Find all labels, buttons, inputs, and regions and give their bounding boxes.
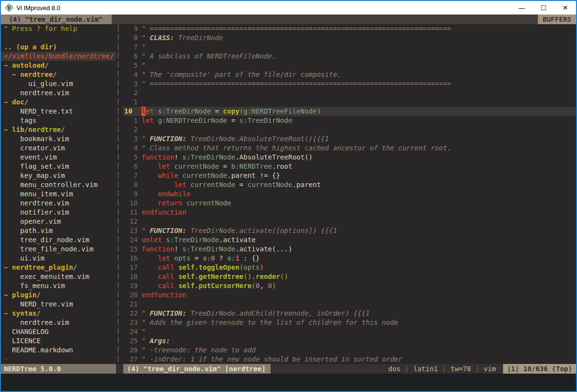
- code-line[interactable]: 12: [123, 217, 576, 226]
- tree-item[interactable]: nerdtree.vim: [1, 199, 116, 208]
- syntax-segment: /: [24, 126, 28, 133]
- tree-item[interactable]: ui_glue.vim: [1, 79, 116, 88]
- tree-item[interactable]: tree_file_node.vim: [1, 245, 116, 254]
- line-number-gap: [138, 125, 142, 134]
- tab-active-buffer[interactable]: (4) "tree_dir_node.vim": [1, 15, 112, 24]
- code-line[interactable]: 9" =====================================…: [123, 24, 576, 33]
- code-line[interactable]: 16 let opts = a:0 ? a:1 : {}: [123, 254, 576, 263]
- command-line[interactable]: [1, 374, 576, 391]
- tree-item[interactable]: ~ autoload/: [1, 61, 116, 70]
- code-line[interactable]: 5function! s:TreeDirNode.AbsoluteTreeRoo…: [123, 153, 576, 162]
- tree-item[interactable]: README.markdown: [1, 346, 116, 355]
- syntax-segment: l: [142, 107, 145, 116]
- tree-item[interactable]: path.vim: [1, 226, 116, 235]
- syntax-segment: .. (up a dir): [4, 43, 57, 51]
- window-title: Vi IMproved 8.0: [16, 4, 511, 12]
- code-line[interactable]: 2: [123, 88, 576, 98]
- tree-item[interactable]: creator.vim: [1, 144, 116, 153]
- code-line[interactable]: 6 let currentNode = b:NERDTree.root: [123, 162, 576, 171]
- tree-item[interactable]: notifier.vim: [1, 208, 116, 217]
- code-line[interactable]: 17 call self.toggleOpen(opts): [123, 263, 576, 272]
- code-line[interactable]: 6" A subclass of NERDTreeFileNode.: [123, 52, 576, 61]
- line-number-gap: [138, 217, 142, 226]
- tree-item[interactable]: ~ nerdtree/: [1, 70, 116, 79]
- code-line[interactable]: 10let s:TreeDirNode = copy(g:NERDTreeFil…: [123, 107, 576, 116]
- code-line[interactable]: 23" Adds the given treenode to the list …: [123, 318, 576, 327]
- tree-item[interactable]: ~: [1, 355, 116, 364]
- syntax-segment: ui_glue.vim: [4, 80, 73, 87]
- title-bar[interactable]: Vi IMproved 8.0 — ☐ ✕: [1, 1, 576, 15]
- tree-item[interactable]: nerdtree.vim: [1, 88, 116, 98]
- tree-item[interactable]: " Press ? for help: [1, 24, 116, 33]
- tree-item[interactable]: nerdtree.vim: [1, 318, 116, 327]
- code-line[interactable]: 24": [123, 327, 576, 336]
- code-line[interactable]: 3" =====================================…: [123, 79, 576, 88]
- code-line[interactable]: 3" FUNCTION: TreeDirNode.AbsoluteTreeRoo…: [123, 134, 576, 144]
- line-number-gap: [138, 254, 142, 263]
- code-line[interactable]: 22" FUNCTION: TreeDirNode.addChild(treen…: [123, 309, 576, 318]
- code-line[interactable]: 5": [123, 61, 576, 70]
- code-line[interactable]: 1let g:NERDTreeDirNode = s:TreeDirNode: [123, 116, 576, 125]
- tree-item[interactable]: menu_item.vim: [1, 189, 116, 199]
- tree-item[interactable]: event.vim: [1, 153, 116, 162]
- code-line[interactable]: 9 endwhile: [123, 189, 576, 199]
- code-line[interactable]: 2: [123, 125, 576, 134]
- tree-item[interactable]: exec_menuitem.vim: [1, 272, 116, 281]
- syntax-segment: =: [211, 107, 223, 116]
- tree-item[interactable]: key_map.vim: [1, 171, 116, 180]
- code-line[interactable]: 27" -inOrder: 1 if the new node should b…: [123, 355, 576, 364]
- code-line[interactable]: 4" The 'composite' part of the file/dir …: [123, 70, 576, 79]
- tree-item[interactable]: ~ plugin/: [1, 290, 116, 300]
- tree-item[interactable]: CHANGELOG: [1, 327, 116, 336]
- tree-item[interactable]: ~ doc/: [1, 98, 116, 107]
- code-line[interactable]: 11endfunction: [123, 208, 576, 217]
- close-button[interactable]: ✕: [554, 1, 576, 15]
- tree-item[interactable]: ~ nerdtree_plugin/: [1, 263, 116, 272]
- tree-item[interactable]: tree_dir_node.vim: [1, 235, 116, 245]
- tree-item[interactable]: .. (up a dir): [1, 43, 116, 52]
- code-line[interactable]: 10 return currentNode: [123, 199, 576, 208]
- tree-item[interactable]: </vimfiles/bundle/nerdtree/: [1, 52, 116, 61]
- syntax-segment: ": [142, 43, 145, 52]
- tree-item[interactable]: fs_menu.vim: [1, 281, 116, 290]
- tree-item[interactable]: ~ lib/nerdtree/: [1, 125, 116, 134]
- tree-item[interactable]: NERD_tree.txt: [1, 107, 116, 116]
- tree-item[interactable]: NERD_tree.vim: [1, 300, 116, 309]
- code-line[interactable]: 8" CLASS: TreeDirNode: [123, 33, 576, 43]
- syntax-segment: flag_set.vim: [4, 162, 69, 170]
- syntax-segment: a:: [202, 254, 211, 263]
- code-line[interactable]: 21: [123, 300, 576, 309]
- tree-item[interactable]: LICENCE: [1, 336, 116, 346]
- syntax-segment: ,: [260, 281, 268, 290]
- code-line[interactable]: 4" Class method that returns the highest…: [123, 144, 576, 153]
- code-line[interactable]: 14unlet s:TreeDirNode.activate: [123, 235, 576, 245]
- tree-item[interactable]: bookmark.vim: [1, 134, 116, 144]
- editor-panel: 9" =====================================…: [123, 24, 576, 364]
- code-line[interactable]: 15function! s:TreeDirNode.activate(...): [123, 245, 576, 254]
- line-number: 22: [123, 309, 138, 318]
- tree-item[interactable]: flag_set.vim: [1, 162, 116, 171]
- code-line[interactable]: 7 while currentNode.parent != {}: [123, 171, 576, 180]
- tree-item[interactable]: tags: [1, 116, 116, 125]
- syntax-segment: Args:: [150, 336, 170, 346]
- code-line[interactable]: 25" Args:: [123, 336, 576, 346]
- tree-item[interactable]: ui.vim: [1, 254, 116, 263]
- code-line[interactable]: 19 call self.putCursorHere(0, 0): [123, 281, 576, 290]
- line-number: 19: [123, 281, 138, 290]
- code-line[interactable]: 8 let currentNode = currentNode.parent: [123, 180, 576, 189]
- line-number: 2: [123, 88, 138, 98]
- tree-item[interactable]: ~ syntax/: [1, 309, 116, 318]
- code-line[interactable]: 20endfunction: [123, 290, 576, 300]
- code-line[interactable]: 26" -treenode: the node to add: [123, 346, 576, 355]
- code-line[interactable]: 1: [123, 98, 576, 107]
- code-line[interactable]: 18 call self.getNerdtree().render(): [123, 272, 576, 281]
- tree-item[interactable]: opener.vim: [1, 217, 116, 226]
- minimize-button[interactable]: —: [511, 1, 533, 15]
- maximize-button[interactable]: ☐: [533, 1, 554, 15]
- tree-item[interactable]: menu_controller.vim: [1, 180, 116, 189]
- tree-item[interactable]: [1, 33, 116, 43]
- code-line[interactable]: 7": [123, 43, 576, 52]
- code-line[interactable]: 13" FUNCTION: TreeDirNode.activate([opti…: [123, 226, 576, 235]
- window-separator[interactable]: [116, 24, 123, 364]
- syntax-segment: tree_file_node.vim: [4, 245, 93, 253]
